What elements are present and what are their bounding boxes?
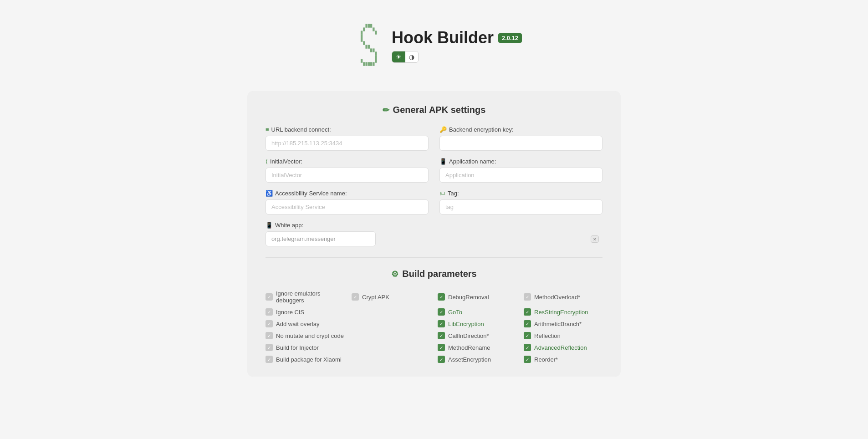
checkbox-item[interactable]: ✓AssetEncryption [438,356,516,363]
checkbox-item[interactable]: ✓DebugRemoval [438,290,516,304]
checkbox-icon: ✓ [524,293,531,301]
checkbox-label: Build package for Xiaomi [276,356,342,363]
checkbox-label: Ignore emulators debuggers [276,290,344,304]
theme-light-btn[interactable]: ☀ [392,51,405,62]
build-params-title: Build parameters [402,269,476,279]
checkbox-label: MethodOverload* [534,294,580,301]
checkbox-icon: ✓ [266,320,273,327]
checkbox-label: Reflection [534,332,561,339]
checkbox-label: AssetEncryption [448,356,491,363]
initial-vector-field: ⟨ InitialVector: [266,158,429,183]
url-backend-label: ≡ URL backend connect: [266,126,429,133]
checkbox-item[interactable]: ✓Build package for Xiaomi [266,356,344,363]
empty-cell [352,320,430,327]
pencil-icon: ✏ [383,105,389,115]
general-form-grid: ≡ URL backend connect: 🔑 Backend encrypt… [266,126,602,246]
checkbox-label: Ignore CIS [276,309,304,316]
white-app-field: 📱 White app: × [266,222,602,246]
checkbox-item[interactable]: ✓CallInDirection* [438,332,516,339]
checkbox-item[interactable]: ✓Ignore emulators debuggers [266,290,344,304]
app-title-row: Hook Builder 2.0.12 [392,28,522,47]
checkbox-icon: ✓ [266,293,273,301]
checkbox-icon: ✓ [438,356,445,363]
initial-vector-label: ⟨ InitialVector: [266,158,429,165]
checkbox-icon: ✓ [524,308,531,316]
checkbox-icon: ✓ [352,293,359,301]
checkbox-item[interactable]: ✓ResStringEncryption [524,308,602,316]
checkbox-icon: ✓ [524,344,531,351]
url-backend-field: ≡ URL backend connect: [266,126,429,151]
empty-cell [352,332,430,339]
checkbox-label: CallInDirection* [448,332,489,339]
accessibility-input[interactable] [266,199,429,214]
checkbox-item[interactable]: ✓Crypt APK [352,290,430,304]
tag-label: 🏷 Tag: [439,190,602,197]
white-app-wrapper: × [266,231,602,246]
checkbox-item[interactable]: ✓Reflection [524,332,602,339]
empty-cell [352,356,430,363]
white-app-close-tag[interactable]: × [591,235,599,243]
general-settings-title: General APK settings [393,105,486,115]
backend-key-input[interactable] [439,136,602,151]
section-divider [266,257,602,258]
checkbox-label: GoTo [448,309,462,316]
white-app-input[interactable] [266,231,376,246]
white-app-label: 📱 White app: [266,222,602,229]
checkbox-icon: ✓ [438,332,445,339]
checkbox-item[interactable]: ✓LibEncryption [438,320,516,327]
checkbox-item[interactable]: ✓No mutate and crypt code [266,332,344,339]
build-params-grid: ✓Ignore emulators debuggers✓Crypt APK✓De… [266,290,602,363]
checkbox-item[interactable]: ✓Add wait overlay [266,320,344,327]
checkbox-label: ArithmeticBranch* [534,321,582,327]
checkbox-label: DebugRemoval [448,294,489,301]
checkbox-label: Reorder* [534,356,558,363]
checkbox-item[interactable]: ✓Ignore CIS [266,308,344,316]
url-icon: ≡ [266,126,269,133]
checkbox-label: Crypt APK [362,294,389,301]
checkbox-item[interactable]: ✓Reorder* [524,356,602,363]
checkbox-icon: ✓ [524,332,531,339]
key-icon: 🔑 [439,126,447,133]
checkbox-item[interactable]: ✓MethodOverload* [524,290,602,304]
checkbox-label: LibEncryption [448,321,484,327]
url-backend-input[interactable] [266,136,429,151]
gear-icon: ⚙ [391,269,398,279]
accessibility-label: ♿ Accessibility Service name: [266,190,429,197]
checkbox-item[interactable]: ✓Build for Injector [266,344,344,351]
checkbox-icon: ✓ [266,332,273,339]
checkbox-label: AdvancedReflection [534,344,587,351]
title-area: Hook Builder 2.0.12 ☀ ◑ [392,28,522,63]
white-app-icon: 📱 [266,222,273,229]
theme-dark-btn[interactable]: ◑ [405,51,418,62]
checkbox-icon: ✓ [524,356,531,363]
checkbox-icon: ✓ [266,344,273,351]
app-name-label: 📱 Application name: [439,158,602,165]
initial-vector-input[interactable] [266,168,429,183]
checkbox-item[interactable]: ✓MethodRename [438,344,516,351]
app-name-input[interactable] [439,168,602,183]
accessibility-field: ♿ Accessibility Service name: [266,190,429,214]
app-name-field: 📱 Application name: [439,158,602,183]
vector-icon: ⟨ [266,158,268,165]
app-title-text: Hook Builder [392,28,494,47]
page-wrapper: ███ █ █ █ █ █ █ █ ██ ██ █ █ █ █ █████ Ho… [0,0,868,395]
checkbox-item[interactable]: ✓AdvancedReflection [524,344,602,351]
theme-toggle[interactable]: ☀ ◑ [392,51,419,63]
checkbox-label: No mutate and crypt code [276,332,344,339]
accessibility-icon: ♿ [266,190,273,197]
checkbox-icon: ✓ [438,344,445,351]
version-badge: 2.0.12 [498,33,522,43]
empty-cell [352,344,430,351]
empty-cell [352,308,430,316]
checkbox-item[interactable]: ✓GoTo [438,308,516,316]
checkbox-item[interactable]: ✓ArithmeticBranch* [524,320,602,327]
backend-key-label: 🔑 Backend encryption key: [439,126,602,133]
checkbox-label: ResStringEncryption [534,309,588,316]
tag-icon: 🏷 [439,190,445,197]
app-logo: ███ █ █ █ █ █ █ █ ██ ██ █ █ █ █ █████ [346,14,383,77]
checkbox-icon: ✓ [266,308,273,316]
build-section: ⚙ Build parameters ✓Ignore emulators deb… [266,269,602,363]
tag-input[interactable] [439,199,602,214]
checkbox-icon: ✓ [438,293,445,301]
build-params-header: ⚙ Build parameters [266,269,602,279]
